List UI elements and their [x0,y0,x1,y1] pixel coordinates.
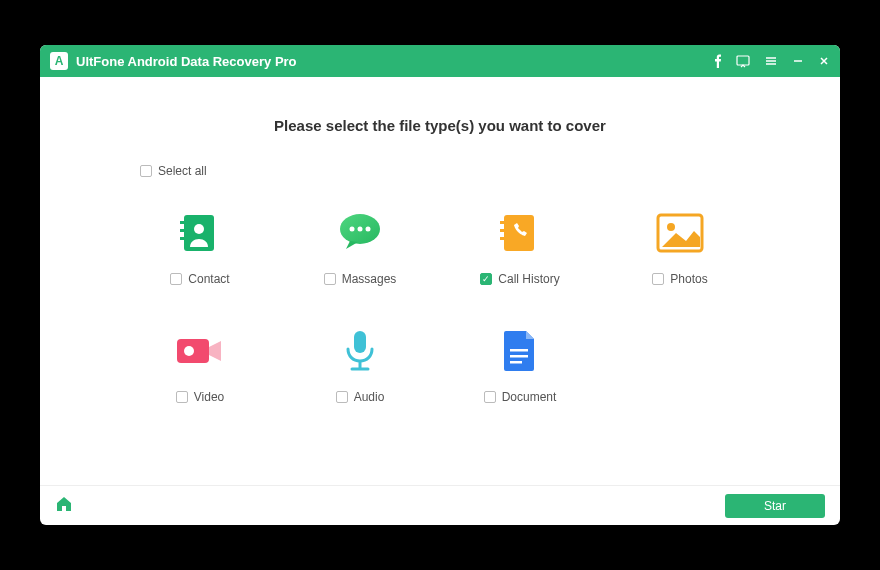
tile-document[interactable]: Document [450,326,590,404]
feedback-icon[interactable] [736,54,750,68]
svg-rect-21 [510,349,528,352]
audio-icon [335,326,385,376]
select-all-label: Select all [158,164,207,178]
tile-audio[interactable]: Audio [290,326,430,404]
audio-label: Audio [354,390,385,404]
tile-label-row[interactable]: Photos [652,272,707,286]
audio-checkbox[interactable] [336,391,348,403]
call-history-label: Call History [498,272,559,286]
page-heading: Please select the file type(s) you want … [120,117,760,134]
messages-label: Massages [342,272,397,286]
app-logo-icon: A [50,52,68,70]
svg-point-8 [358,227,363,232]
svg-point-9 [366,227,371,232]
select-all-checkbox[interactable] [140,165,152,177]
photos-label: Photos [670,272,707,286]
svg-rect-12 [500,229,504,232]
video-label: Video [194,390,224,404]
close-icon[interactable] [818,55,830,67]
app-title: UltFone Android Data Recovery Pro [76,54,714,69]
svg-rect-13 [500,237,504,240]
select-all-row[interactable]: Select all [140,164,760,178]
start-button[interactable]: Star [725,494,825,518]
titlebar: A UltFone Android Data Recovery Pro [40,45,840,77]
contact-icon [175,208,225,258]
tile-label-row[interactable]: Audio [336,390,385,404]
minimize-icon[interactable] [792,55,804,67]
contact-checkbox[interactable] [170,273,182,285]
app-window: A UltFone Android Data Recovery Pro Plea… [40,45,840,525]
messages-checkbox[interactable] [324,273,336,285]
svg-rect-2 [180,221,184,224]
svg-point-5 [194,224,204,234]
svg-rect-11 [500,221,504,224]
document-label: Document [502,390,557,404]
svg-rect-4 [180,237,184,240]
tile-messages[interactable]: Massages [290,208,430,286]
video-icon [175,326,225,376]
content-area: Please select the file type(s) you want … [40,77,840,485]
document-icon [495,326,545,376]
svg-rect-23 [510,361,522,364]
contact-label: Contact [188,272,229,286]
tile-label-row[interactable]: Call History [480,272,559,286]
svg-rect-10 [504,215,534,251]
facebook-icon[interactable] [714,54,722,68]
tile-video[interactable]: Video [130,326,270,404]
video-checkbox[interactable] [176,391,188,403]
tile-contact[interactable]: Contact [130,208,270,286]
call-history-icon [495,208,545,258]
home-icon[interactable] [55,495,73,517]
svg-rect-0 [737,56,749,65]
photos-icon [655,208,705,258]
window-controls [714,54,830,68]
menu-icon[interactable] [764,54,778,68]
tile-label-row[interactable]: Document [484,390,557,404]
footer: Star [40,485,840,525]
tile-call-history[interactable]: Call History [450,208,590,286]
call-history-checkbox[interactable] [480,273,492,285]
tile-photos[interactable]: Photos [610,208,750,286]
svg-rect-22 [510,355,528,358]
messages-icon [335,208,385,258]
tile-label-row[interactable]: Video [176,390,224,404]
svg-point-15 [667,223,675,231]
tile-label-row[interactable]: Massages [324,272,397,286]
document-checkbox[interactable] [484,391,496,403]
tile-label-row[interactable]: Contact [170,272,229,286]
svg-point-7 [350,227,355,232]
svg-point-17 [184,346,194,356]
svg-rect-18 [354,331,366,353]
svg-rect-3 [180,229,184,232]
photos-checkbox[interactable] [652,273,664,285]
file-type-grid: Contact Massages Call History [120,208,760,404]
